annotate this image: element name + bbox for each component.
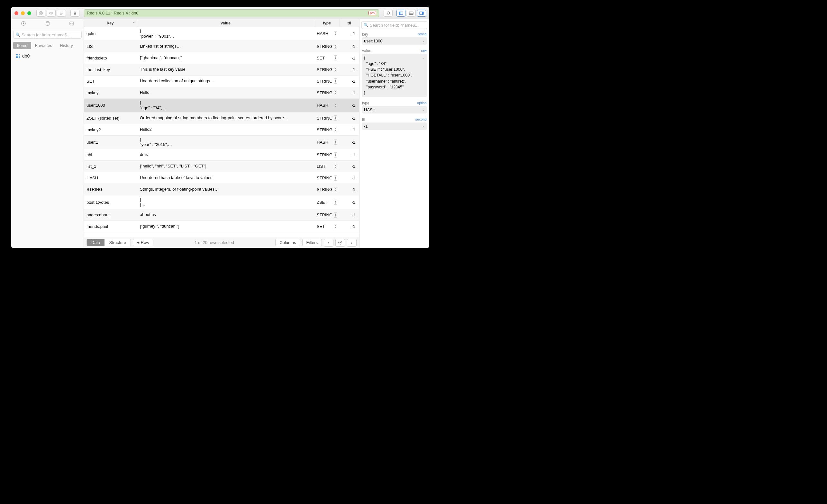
data-tab-button[interactable]: Data [87,239,104,246]
value-textarea[interactable]: { "age" : "34", "HSET" : "user:1000", "H… [362,54,414,97]
sidebar-search-input[interactable]: 🔍 Search for item: ^name$... [13,31,82,39]
type-stepper[interactable]: ▴▾ [334,44,337,49]
type-stepper[interactable]: ▴▾ [334,212,337,218]
table-row[interactable]: hhidmsSTRING▴▾-1 [84,149,359,161]
field-type: typeoption HASH⌄ [359,100,414,116]
tab-favorites[interactable]: Favorites [31,42,56,49]
cell-type: HASH▴▾ [314,102,340,109]
table-row[interactable]: goku{ "power" : "9001"…HASH▴▾-1 [84,27,359,41]
toggle-bottom-panel-button[interactable] [407,10,414,17]
type-select[interactable]: HASH⌄ [362,106,414,113]
sidebar: SQL 🔍 Search for item: ^name$... Items F… [11,19,84,248]
table-row[interactable]: list_1["hello", "hhi", "SET", "LIST", "G… [84,161,359,172]
type-stepper[interactable]: ▴▾ [334,140,337,145]
table-row[interactable]: friends:leto["ghanima;", "duncan;"]SET▴▾… [84,52,359,64]
structure-tab-button[interactable]: Structure [104,239,131,246]
add-row-button[interactable]: +Row [133,239,153,246]
cell-ttl: -1 [340,174,359,182]
table-row[interactable]: user:1000{ "age" : "34",…HASH▴▾-1 [84,99,359,112]
type-stepper[interactable]: ▴▾ [334,200,337,205]
inspector-search-placeholder: Search for field: ^name$... [370,23,414,28]
type-stepper[interactable]: ▴▾ [334,103,337,108]
database-icon[interactable] [43,21,52,27]
cell-key: hhi [84,151,137,158]
refresh-button[interactable] [384,10,393,17]
key-value-input[interactable]: user:1000⌄ [362,37,414,45]
tab-history[interactable]: History [56,42,77,49]
type-stepper[interactable]: ▴▾ [334,224,337,229]
cell-value: Strings, integers, or floating-point val… [137,186,314,194]
table-row[interactable]: LISTLinked list of strings…STRING▴▾-1 [84,41,359,52]
pro-badge: pro [369,11,376,15]
table-row[interactable]: user:1{ "year" : "2015",…HASH▴▾-1 [84,136,359,149]
columns-button[interactable]: Columns [275,239,300,246]
toggle-left-panel-button[interactable] [396,10,405,17]
column-header-ttl[interactable]: ttl [340,19,359,27]
body: SQL 🔍 Search for item: ^name$... Items F… [11,19,414,248]
sidebar-item-db0[interactable]: db0 [14,52,81,59]
connection-icon[interactable] [19,21,28,27]
sql-icon[interactable]: SQL [67,21,77,27]
cell-value: Unordered collection of unique strings… [137,77,314,85]
status-text: 1 of 20 rows selected [155,240,273,245]
cell-key: post:1:votes [84,199,137,206]
stop-button[interactable] [36,10,45,17]
table-body[interactable]: goku{ "power" : "9001"…HASH▴▾-1LISTLinke… [84,27,359,237]
type-stepper[interactable]: ▴▾ [334,127,337,132]
filters-button[interactable]: Filters [302,239,322,246]
view-button[interactable] [47,10,56,17]
cell-type: HASH▴▾ [314,138,340,146]
close-window-button[interactable] [14,11,18,15]
search-icon: 🔍 [364,23,369,27]
table-row[interactable]: mykeyHelloSTRING▴▾-1 [84,87,359,99]
column-header-type[interactable]: type [314,19,340,27]
type-stepper[interactable]: ▴▾ [334,79,337,84]
cell-type: STRING▴▾ [314,89,340,96]
type-stepper[interactable]: ▴▾ [334,55,337,60]
table-row[interactable]: mykey2Hello2STRING▴▾-1 [84,124,359,136]
type-stepper[interactable]: ▴▾ [334,90,337,95]
type-stepper[interactable]: ▴▾ [334,175,337,181]
type-stepper[interactable]: ▴▾ [334,115,337,120]
table-row[interactable]: STRINGStrings, integers, or floating-poi… [84,184,359,195]
settings-button[interactable] [335,239,345,247]
table-row[interactable]: SETUnordered collection of unique string… [84,75,359,87]
table-row[interactable]: the_last_keyThis is the last key valueST… [84,64,359,75]
ttl-input[interactable]: -1⌄ [362,122,414,130]
type-stepper[interactable]: ▴▾ [334,187,337,192]
search-icon: 🔍 [15,33,20,37]
table-row[interactable]: HASHUnordered hash table of keys to valu… [84,172,359,184]
cell-value: Hello [137,89,314,97]
zoom-window-button[interactable] [27,11,31,15]
lock-button[interactable] [70,10,80,17]
type-stepper[interactable]: ▴▾ [334,31,337,36]
cell-key: LIST [84,43,137,50]
sort-asc-icon: ⌃ [133,21,135,25]
next-page-button[interactable]: › [347,239,356,247]
toggle-lines-button[interactable] [57,10,66,17]
table-row[interactable]: ZSET (sorted set)Ordered mapping of stri… [84,112,359,124]
cell-key: goku [84,30,137,37]
svg-point-21 [340,242,341,243]
toolbar-left [36,10,66,17]
plus-icon: + [137,240,140,245]
cell-type: STRING▴▾ [314,42,340,50]
table-row[interactable]: friends:paul["gurney;", "duncan;"]SET▴▾-… [84,221,359,233]
column-header-key[interactable]: key⌃ [84,19,137,27]
table-row[interactable]: post:1:votes[ {…ZSET▴▾-1 [84,195,359,209]
prev-page-button[interactable]: ‹ [324,239,333,247]
svg-point-4 [50,12,51,13]
connection-path[interactable]: Redis 4.0.11 : Redis 4 : db0 pro [84,9,379,17]
cell-value: ["hello", "hhi", "SET", "LIST", "GET"] [137,162,314,170]
cell-ttl: -1 [340,186,359,193]
tab-items[interactable]: Items [13,42,31,49]
table-icon [16,54,20,58]
column-header-value[interactable]: value [137,19,314,27]
minimize-window-button[interactable] [21,11,25,15]
type-stepper[interactable]: ▴▾ [334,67,337,72]
table-row[interactable]: pages:aboutabout usSTRING▴▾-1 [84,209,359,221]
type-stepper[interactable]: ▴▾ [334,164,337,169]
cell-value: [ {… [137,195,314,209]
type-stepper[interactable]: ▴▾ [334,152,337,157]
inspector-search-input[interactable]: 🔍 Search for field: ^name$... [361,21,414,29]
